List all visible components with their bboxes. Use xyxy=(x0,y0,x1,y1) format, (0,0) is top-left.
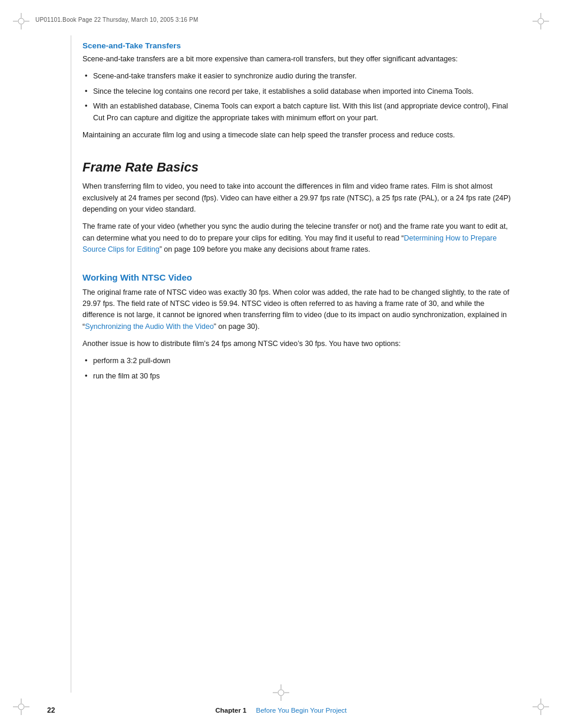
bullet-item-1: Scene-and-take transfers make it easier … xyxy=(82,71,515,82)
ntsc-heading: Working With NTSC Video xyxy=(82,272,515,282)
frame-rate-para2: The frame rate of your video (whether yo… xyxy=(82,221,515,255)
svg-point-10 xyxy=(18,704,24,710)
scene-take-intro: Scene-and-take transfers are a bit more … xyxy=(82,54,515,65)
left-border-line xyxy=(71,35,71,693)
scene-take-closing: Maintaining an accurate film log and usi… xyxy=(82,130,515,141)
header-metadata: UP01101.Book Page 22 Thursday, March 10,… xyxy=(35,17,199,23)
ntsc-audio-link[interactable]: Synchronizing the Audio With the Video xyxy=(85,322,214,331)
bullet-item-3: With an established database, Cinema Too… xyxy=(82,101,515,124)
ntsc-bullet-list: perform a 3:2 pull-down run the film at … xyxy=(82,355,515,382)
chapter-label: Chapter 1 xyxy=(215,707,246,714)
page-number: 22 xyxy=(47,706,55,714)
svg-point-5 xyxy=(538,18,544,24)
ntsc-para2: Another issue is how to distribute film’… xyxy=(82,338,515,350)
svg-point-0 xyxy=(18,18,24,24)
ntsc-bullet-2: run the film at 30 fps xyxy=(82,371,515,382)
footer-separator xyxy=(249,707,254,714)
scene-take-heading: Scene-and-Take Transfers xyxy=(82,41,515,50)
frame-rate-para1: When transferring film to video, you nee… xyxy=(82,181,515,215)
ntsc-para1-end: ” on page 30). xyxy=(214,322,260,331)
frame-rate-para2-after: ” on page 109 before you make any decisi… xyxy=(160,245,371,253)
page: UP01101.Book Page 22 Thursday, March 10,… xyxy=(0,0,562,728)
frame-rate-section: Frame Rate Basics When transferring film… xyxy=(82,160,515,255)
corner-mark-bottom-left xyxy=(13,699,29,715)
center-bottom-mark xyxy=(273,684,289,703)
bullet-item-2: Since the telecine log contains one reco… xyxy=(82,86,515,97)
ntsc-bullet-1: perform a 3:2 pull-down xyxy=(82,355,515,367)
content-area: Scene-and-Take Transfers Scene-and-take … xyxy=(82,41,515,681)
corner-mark-top-right xyxy=(533,13,549,29)
scene-take-section: Scene-and-Take Transfers Scene-and-take … xyxy=(82,41,515,141)
svg-point-15 xyxy=(538,704,544,710)
frame-rate-heading: Frame Rate Basics xyxy=(82,160,515,175)
corner-mark-bottom-right xyxy=(533,699,549,715)
footer-chapter-info: Chapter 1 Before You Begin Your Project xyxy=(215,707,346,714)
svg-point-20 xyxy=(278,690,284,696)
ntsc-para1: The original frame rate of NTSC video wa… xyxy=(82,287,515,333)
corner-mark-top-left xyxy=(13,13,29,29)
ntsc-section: Working With NTSC Video The original fra… xyxy=(82,272,515,383)
chapter-title: Before You Begin Your Project xyxy=(256,707,346,714)
scene-take-bullet-list: Scene-and-take transfers make it easier … xyxy=(82,71,515,124)
